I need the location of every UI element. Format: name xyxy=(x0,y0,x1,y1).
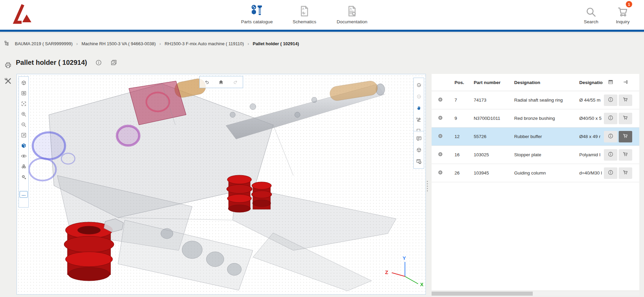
col-designation2[interactable]: Designation xyxy=(574,80,603,85)
zoom-out-icon[interactable] xyxy=(20,119,28,130)
hierarchy-tree-icon[interactable] xyxy=(4,40,10,47)
rotate-alt-icon[interactable] xyxy=(415,91,423,102)
pan-icon[interactable] xyxy=(415,102,423,114)
main-navigation: Parts catalogue A Schematics A xyxy=(235,2,374,24)
breadcrumb-separator: › xyxy=(76,41,78,46)
scrollbar-thumb[interactable] xyxy=(432,292,533,296)
row-pos: 7 xyxy=(449,98,468,103)
info-button[interactable] xyxy=(604,113,617,124)
add-to-cart-button[interactable] xyxy=(619,113,632,124)
col-part-number[interactable]: Part number xyxy=(468,80,509,85)
parts-table-panel: Pos. Part number Designation Designation… xyxy=(432,74,639,290)
title-row: Pallet holder ( 102914) xyxy=(16,59,117,66)
row-settings-gear-icon[interactable] xyxy=(432,151,449,158)
breadcrumb-separator: › xyxy=(247,41,249,46)
info-button[interactable] xyxy=(604,149,617,161)
row-designation: Guiding column xyxy=(509,170,574,176)
animation-settings-icon[interactable] xyxy=(415,114,423,125)
row-designation: Red bronze bushing xyxy=(509,116,574,121)
nav-label: Parts catalogue xyxy=(241,19,273,24)
item-info-icon[interactable] xyxy=(95,59,102,66)
viewer-history-toolbar xyxy=(199,76,243,88)
axis-indicator: Y X Z xyxy=(385,255,423,287)
rotate-icon[interactable] xyxy=(415,79,423,91)
row-part-number: 103945 xyxy=(468,170,509,176)
info-button[interactable] xyxy=(604,131,617,142)
nav-inquiry[interactable]: 1 Inquiry xyxy=(609,2,637,24)
table-row[interactable]: 16 103025 Stopper plate Polyamid I xyxy=(432,146,639,164)
row-designation: Rubber buffer xyxy=(509,134,574,139)
capture-icon[interactable] xyxy=(20,88,28,99)
table-row[interactable]: 12 55726 Rubber buffer Ø48 x 49 r xyxy=(432,128,639,146)
nav-schematics[interactable]: A Schematics xyxy=(283,2,326,24)
visibility-icon[interactable] xyxy=(20,151,28,161)
part-settings-icon[interactable] xyxy=(20,172,28,182)
info-button[interactable] xyxy=(604,167,617,179)
breadcrumb-items: BAUMA 2019 ( SAR9999999)›Machine RH 1500… xyxy=(15,41,299,46)
fit-selection-icon[interactable] xyxy=(20,99,28,109)
3d-model[interactable]: Y X Z xyxy=(17,74,426,294)
add-to-cart-button[interactable] xyxy=(619,131,632,142)
shaded-view-icon[interactable] xyxy=(20,140,28,151)
documentation-icon: A xyxy=(345,2,359,18)
row-part-number: 55726 xyxy=(468,134,509,139)
tools-icon[interactable] xyxy=(4,77,12,86)
zoom-in-icon[interactable] xyxy=(20,109,28,119)
info-button[interactable] xyxy=(604,94,617,106)
exploded-view-icon[interactable] xyxy=(20,161,28,172)
row-designation: Stopper plate xyxy=(509,152,574,157)
inquiry-badge: 1 xyxy=(626,1,632,7)
collapse-panel-icon[interactable] xyxy=(618,79,633,86)
horizontal-scrollbar[interactable] xyxy=(432,292,639,296)
fit-to-screen-icon[interactable] xyxy=(20,130,28,140)
add-to-cart-button[interactable] xyxy=(619,94,632,106)
schematics-icon: A xyxy=(298,2,311,18)
add-to-cart-button[interactable] xyxy=(619,167,632,179)
table-row[interactable]: 7 74173 Radial shaft sealing ring Ø 44/5… xyxy=(432,91,639,109)
table-row[interactable]: 26 103945 Guiding column d=40/M30 l xyxy=(432,164,639,182)
nav-parts-catalogue[interactable]: Parts catalogue xyxy=(235,2,279,24)
table-row[interactable]: 9 N3700D1011 Red bronze bushing Ø40/50 x… xyxy=(432,109,639,128)
add-to-cart-button[interactable] xyxy=(619,149,632,161)
breadcrumb-item: Pallet holder ( 102914) xyxy=(253,41,299,46)
row-designation2: Ø48 x 49 r xyxy=(574,134,603,139)
toggle-columns-icon[interactable] xyxy=(603,79,618,86)
row-designation2: Polyamid I xyxy=(574,152,603,157)
breadcrumb-item[interactable]: BAUMA 2019 ( SAR9999999) xyxy=(15,41,72,46)
row-pos: 9 xyxy=(449,116,468,121)
inquiry-cart-icon: 1 xyxy=(617,2,629,18)
breadcrumb-item[interactable]: Machine RH 1500-3 VA ( 94663-0038) xyxy=(82,41,156,46)
more-tools-button[interactable]: … xyxy=(20,191,28,198)
doc-check-icon[interactable] xyxy=(110,59,117,66)
col-pos[interactable]: Pos. xyxy=(449,80,468,85)
row-settings-gear-icon[interactable] xyxy=(432,97,449,104)
table-body: 7 74173 Radial shaft sealing ring Ø 44/5… xyxy=(432,91,639,182)
nav-documentation[interactable]: A Documentation xyxy=(330,2,374,24)
undo-icon[interactable] xyxy=(203,77,211,87)
3d-viewer[interactable]: Y X Z … xyxy=(17,74,426,295)
company-logo-icon[interactable] xyxy=(13,3,32,24)
nav-label: Inquiry xyxy=(616,19,630,24)
row-settings-gear-icon[interactable] xyxy=(432,133,449,140)
print-button[interactable] xyxy=(4,61,12,71)
view-cube-icon[interactable] xyxy=(415,144,423,156)
nav-search[interactable]: Search xyxy=(577,2,605,24)
redo-icon[interactable] xyxy=(232,77,240,87)
row-settings-gear-icon[interactable] xyxy=(432,115,449,122)
row-settings-gear-icon[interactable] xyxy=(432,169,449,177)
home-view-icon[interactable] xyxy=(217,77,225,87)
col-designation[interactable]: Designation xyxy=(509,80,574,85)
annotations-icon[interactable] xyxy=(415,133,423,144)
row-designation2: Ø40/50 x 5 xyxy=(574,116,603,121)
row-designation: Radial shaft sealing ring xyxy=(509,98,574,103)
viewer-manipulation-toolbar xyxy=(413,78,424,138)
top-header: Parts catalogue A Schematics A xyxy=(0,0,644,30)
panel-splitter[interactable] xyxy=(427,181,428,191)
breadcrumb-item[interactable]: RH1500-3 F-mix Auto machine ( 119110) xyxy=(165,41,244,46)
iso-view-icon[interactable] xyxy=(20,78,28,88)
print-view-icon[interactable] xyxy=(415,156,423,167)
row-pos: 16 xyxy=(449,152,468,157)
breadcrumb-separator: › xyxy=(159,41,161,46)
table-header: Pos. Part number Designation Designation xyxy=(432,74,639,91)
nav-label: Search xyxy=(584,19,598,24)
